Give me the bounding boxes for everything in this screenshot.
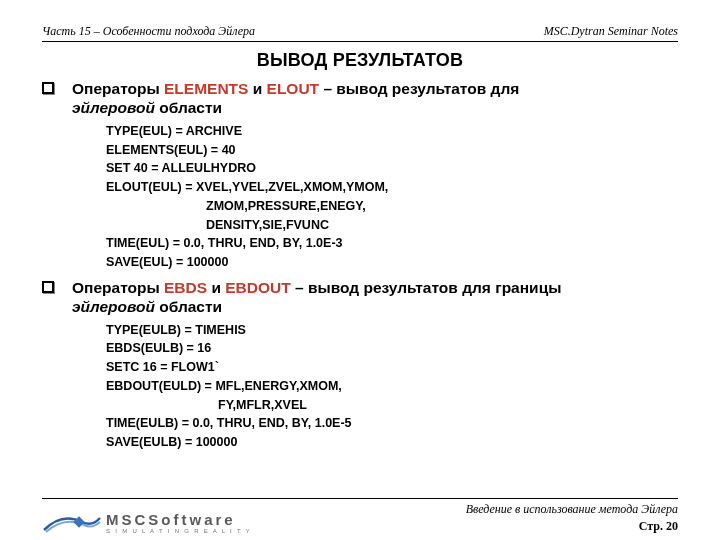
keyword-ebds: EBDS xyxy=(164,279,207,296)
code-line: FY,MFLR,XVEL xyxy=(106,396,678,415)
header-underline xyxy=(42,41,678,42)
footer-intro: Введение в использование метода Эйлера xyxy=(466,502,678,517)
footer-row: MSCSoftware S I M U L A T I N G R E A L … xyxy=(42,502,678,534)
code-line: SET 40 = ALLEULHYDRO xyxy=(106,159,678,178)
logo-swoosh-icon xyxy=(42,510,102,534)
keyword-ebdout: EBDOUT xyxy=(225,279,290,296)
code-line: TYPE(EUL) = ARCHIVE xyxy=(106,122,678,141)
bullet-section-2: Операторы EBDS и EBDOUT – вывод результа… xyxy=(42,278,678,317)
text: области xyxy=(155,99,222,116)
page-label: Стр. xyxy=(639,519,666,533)
bullet-section-1: Операторы ELEMENTS и ELOUT – вывод резул… xyxy=(42,79,678,118)
code-line: TIME(EUL) = 0.0, THRU, END, BY, 1.0E-3 xyxy=(106,234,678,253)
svg-rect-0 xyxy=(73,516,84,527)
square-bullet-icon xyxy=(42,281,54,293)
logo-soft: Software xyxy=(148,511,235,528)
logo-text: MSCSoftware S I M U L A T I N G R E A L … xyxy=(106,511,251,534)
header-row: Часть 15 – Особенности подхода Эйлера MS… xyxy=(42,24,678,39)
code-line: EBDOUT(EULD) = MFL,ENERGY,XMOM, xyxy=(106,377,678,396)
code-line: DENSITY,SIE,FVUNC xyxy=(106,216,678,235)
header-left: Часть 15 – Особенности подхода Эйлера xyxy=(42,24,255,39)
page-number: Стр. 20 xyxy=(466,519,678,534)
logo-main: MSC xyxy=(106,511,148,528)
code-line: EBDS(EULB) = 16 xyxy=(106,339,678,358)
text: – вывод результатов для границы xyxy=(291,279,562,296)
bullet-text-2: Операторы EBDS и EBDOUT – вывод результа… xyxy=(72,278,561,317)
logo-tagline: S I M U L A T I N G R E A L I T Y xyxy=(106,528,251,534)
code-line: SAVE(EULB) = 100000 xyxy=(106,433,678,452)
text: и xyxy=(207,279,225,296)
keyword-elout: ELOUT xyxy=(267,80,320,97)
footer-line xyxy=(42,498,678,499)
code-block-1: TYPE(EUL) = ARCHIVE ELEMENTS(EUL) = 40 S… xyxy=(106,122,678,272)
page-title: ВЫВОД РЕЗУЛЬТАТОВ xyxy=(42,50,678,71)
bullet-text-1: Операторы ELEMENTS и ELOUT – вывод резул… xyxy=(72,79,519,118)
footer: MSCSoftware S I M U L A T I N G R E A L … xyxy=(42,498,678,534)
keyword-elements: ELEMENTS xyxy=(164,80,248,97)
code-line: SETC 16 = FLOW1` xyxy=(106,358,678,377)
footer-right: Введение в использование метода Эйлера С… xyxy=(466,502,678,534)
code-line: ELEMENTS(EUL) = 40 xyxy=(106,141,678,160)
text: Операторы xyxy=(72,80,164,97)
code-block-2: TYPE(EULB) = TIMEHIS EBDS(EULB) = 16 SET… xyxy=(106,321,678,452)
code-line: TYPE(EULB) = TIMEHIS xyxy=(106,321,678,340)
slide-page: Часть 15 – Особенности подхода Эйлера MS… xyxy=(0,0,720,540)
text: Операторы xyxy=(72,279,164,296)
italic-word: эйлеровой xyxy=(72,298,155,315)
page-num: 20 xyxy=(666,519,678,533)
code-line: TIME(EULB) = 0.0, THRU, END, BY, 1.0E-5 xyxy=(106,414,678,433)
text: и xyxy=(248,80,266,97)
text: – вывод результатов для xyxy=(319,80,519,97)
italic-word: эйлеровой xyxy=(72,99,155,116)
code-line: ZMOM,PRESSURE,ENEGY, xyxy=(106,197,678,216)
text: области xyxy=(155,298,222,315)
header-right: MSC.Dytran Seminar Notes xyxy=(544,24,678,39)
square-bullet-icon xyxy=(42,82,54,94)
code-line: ELOUT(EUL) = XVEL,YVEL,ZVEL,XMOM,YMOM, xyxy=(106,178,678,197)
code-line: SAVE(EUL) = 100000 xyxy=(106,253,678,272)
logo: MSCSoftware S I M U L A T I N G R E A L … xyxy=(42,510,251,534)
